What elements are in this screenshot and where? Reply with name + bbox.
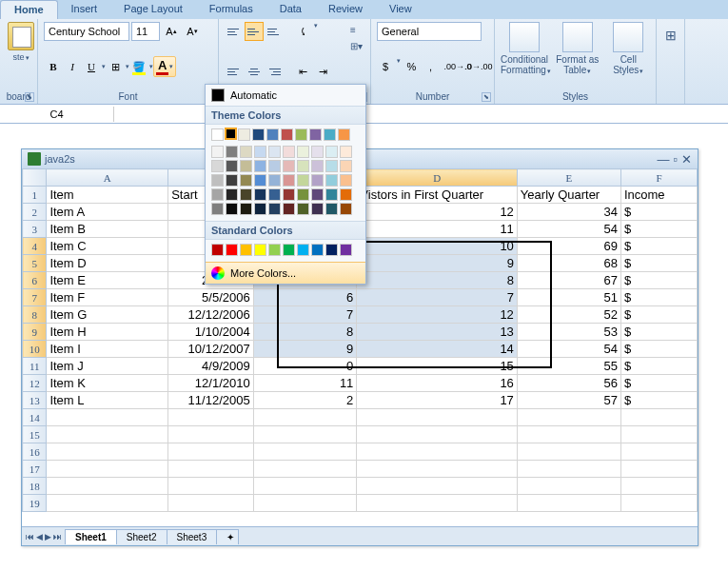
theme-shade-swatch[interactable] xyxy=(211,160,224,172)
row-header-17[interactable]: 17 xyxy=(23,461,47,478)
underline-button[interactable]: U xyxy=(82,57,101,76)
theme-shade-swatch[interactable] xyxy=(254,160,266,172)
theme-shade-swatch[interactable] xyxy=(226,174,238,187)
cell[interactable]: $ xyxy=(620,341,697,358)
cell[interactable]: $ xyxy=(620,238,697,255)
cell[interactable]: 5/5/2006 xyxy=(168,289,254,306)
cell[interactable]: Item C xyxy=(47,238,168,255)
row-header-1[interactable]: 1 xyxy=(23,187,47,204)
cell[interactable] xyxy=(168,495,254,512)
theme-shade-swatch[interactable] xyxy=(311,188,324,201)
tab-data[interactable]: Data xyxy=(266,0,315,19)
decrease-decimal-button[interactable]: .0→.00 xyxy=(469,57,488,76)
theme-shade-swatch[interactable] xyxy=(240,174,252,187)
cell[interactable]: $ xyxy=(620,204,697,221)
cell[interactable] xyxy=(357,409,518,426)
align-bottom-button[interactable] xyxy=(265,22,284,41)
cell[interactable]: $ xyxy=(620,375,697,392)
standard-color-swatch[interactable] xyxy=(240,244,252,256)
cell[interactable]: Item B xyxy=(47,221,168,238)
tab-home[interactable]: Home xyxy=(0,0,58,19)
cell[interactable] xyxy=(253,495,357,512)
theme-shade-swatch[interactable] xyxy=(226,160,238,172)
theme-shade-swatch[interactable] xyxy=(211,174,224,187)
theme-color-swatch[interactable] xyxy=(225,128,237,140)
row-header-11[interactable]: 11 xyxy=(23,358,47,375)
cell[interactable]: 14 xyxy=(357,341,518,358)
cell[interactable]: 16 xyxy=(357,375,518,392)
row-header-6[interactable]: 6 xyxy=(23,272,47,289)
format-as-table-button[interactable]: Format as Table▾ xyxy=(556,22,600,75)
row-header-19[interactable]: 19 xyxy=(23,495,47,512)
cell[interactable] xyxy=(517,461,620,478)
cell[interactable] xyxy=(47,478,168,495)
theme-color-swatch[interactable] xyxy=(309,128,322,141)
minimize-button[interactable]: — xyxy=(657,152,669,167)
theme-shade-swatch[interactable] xyxy=(340,146,352,158)
cell[interactable]: 54 xyxy=(517,341,620,358)
col-header-F[interactable]: F xyxy=(620,169,697,187)
theme-shade-swatch[interactable] xyxy=(268,188,281,201)
comma-button[interactable]: , xyxy=(422,57,439,76)
theme-shade-swatch[interactable] xyxy=(340,188,352,201)
wrap-text-button[interactable]: ≡ xyxy=(350,25,363,35)
theme-color-swatch[interactable] xyxy=(238,128,250,141)
cell[interactable] xyxy=(517,495,620,512)
select-all-corner[interactable] xyxy=(23,169,47,187)
theme-shade-swatch[interactable] xyxy=(211,146,224,158)
cell[interactable] xyxy=(620,426,697,443)
cell[interactable]: 10/12/2007 xyxy=(168,341,254,358)
cell[interactable]: Item K xyxy=(47,375,168,392)
cell[interactable]: 8 xyxy=(357,272,518,289)
cell[interactable] xyxy=(253,478,357,495)
row-header-18[interactable]: 18 xyxy=(23,478,47,495)
theme-shade-swatch[interactable] xyxy=(325,203,338,215)
increase-indent-button[interactable]: ⇥ xyxy=(313,63,332,82)
font-color-button[interactable]: A▾ xyxy=(153,56,176,77)
row-header-4[interactable]: 4 xyxy=(23,238,47,255)
cell[interactable] xyxy=(47,426,168,443)
cell[interactable]: Item E xyxy=(47,272,168,289)
row-header-16[interactable]: 16 xyxy=(23,443,47,461)
theme-shade-swatch[interactable] xyxy=(311,160,324,172)
theme-shade-swatch[interactable] xyxy=(211,188,224,201)
standard-color-swatch[interactable] xyxy=(325,244,338,256)
theme-color-swatch[interactable] xyxy=(338,128,350,141)
cell[interactable] xyxy=(47,461,168,478)
cell[interactable]: 11 xyxy=(253,375,357,392)
cell[interactable]: 8 xyxy=(253,324,357,341)
theme-shade-swatch[interactable] xyxy=(297,203,309,215)
cell[interactable] xyxy=(357,443,518,461)
cell[interactable]: 12 xyxy=(357,306,518,324)
cell[interactable]: Item L xyxy=(47,392,168,409)
cell[interactable]: 34 xyxy=(517,204,620,221)
theme-shade-swatch[interactable] xyxy=(325,146,338,158)
cell[interactable]: 56 xyxy=(517,375,620,392)
row-header-7[interactable]: 7 xyxy=(23,289,47,306)
cell[interactable] xyxy=(517,409,620,426)
cell[interactable]: 10 xyxy=(357,238,518,255)
cell[interactable] xyxy=(620,495,697,512)
cell[interactable]: Item I xyxy=(47,341,168,358)
tab-review[interactable]: Review xyxy=(315,0,376,19)
cell[interactable]: 1/10/2004 xyxy=(168,324,254,341)
row-header-3[interactable]: 3 xyxy=(23,221,47,238)
cell[interactable]: $ xyxy=(620,392,697,409)
restore-button[interactable]: ▫ xyxy=(673,152,678,167)
theme-color-swatch[interactable] xyxy=(252,128,265,141)
standard-color-swatch[interactable] xyxy=(297,244,309,256)
row-header-13[interactable]: 13 xyxy=(23,392,47,409)
tab-view[interactable]: View xyxy=(376,0,425,19)
sheet-tab-2[interactable]: Sheet2 xyxy=(116,529,167,544)
standard-color-swatch[interactable] xyxy=(283,244,295,256)
cell[interactable]: Item D xyxy=(47,255,168,272)
cell[interactable]: 7 xyxy=(357,289,518,306)
cell[interactable] xyxy=(620,409,697,426)
col-header-D[interactable]: D xyxy=(357,169,518,187)
cell[interactable]: 9 xyxy=(253,341,357,358)
automatic-color-item[interactable]: Automatic xyxy=(206,85,365,106)
border-button[interactable]: ⊞ xyxy=(106,57,125,76)
theme-shade-swatch[interactable] xyxy=(325,188,338,201)
tab-insert[interactable]: Insert xyxy=(58,0,111,19)
cell[interactable]: 11 xyxy=(357,221,518,238)
